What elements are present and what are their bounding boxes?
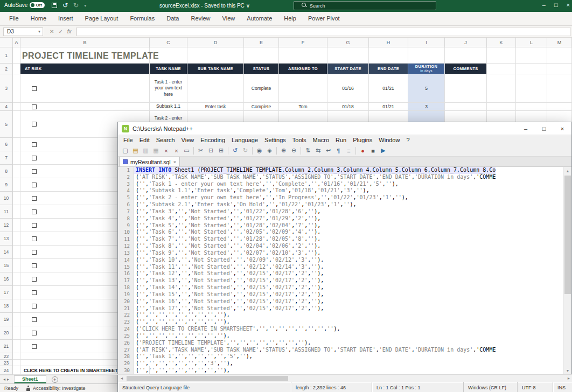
cell-A3[interactable] [13, 74, 20, 103]
row-header-6[interactable]: 6 [0, 138, 13, 151]
at-risk-checkbox[interactable] [32, 250, 37, 255]
search-box[interactable]: Search [294, 1, 436, 10]
cell-D2[interactable]: SUB TASK NAME [187, 64, 244, 74]
row-header-12[interactable]: 12 [0, 219, 13, 232]
at-risk-checkbox[interactable] [32, 196, 37, 201]
at-risk-checkbox[interactable] [32, 277, 37, 282]
cell-G4[interactable]: 01/18 [327, 103, 369, 111]
at-risk-checkbox[interactable] [32, 290, 37, 295]
col-header-g[interactable]: G [327, 38, 369, 47]
row-header-5[interactable]: 5 [0, 111, 13, 138]
row-header-13[interactable]: 13 [0, 232, 13, 246]
col-header-a[interactable]: A [13, 38, 20, 47]
at-risk-checkbox[interactable] [32, 142, 37, 147]
col-header-m[interactable]: M [547, 38, 572, 47]
cell-H2[interactable]: END DATE [369, 64, 408, 74]
cell-B4[interactable] [20, 103, 150, 111]
cell-K2[interactable] [487, 64, 516, 74]
minimize-button[interactable]: – [517, 122, 535, 135]
cell-A20[interactable] [13, 326, 20, 340]
sheet-tab-sheet1[interactable]: Sheet1 [14, 375, 46, 383]
vertical-scrollbar[interactable]: ▲ ▼ [563, 167, 571, 374]
close-doc-icon[interactable]: × [162, 146, 171, 155]
row-header-22[interactable]: 22 [0, 353, 13, 360]
cell-B3[interactable] [20, 74, 150, 103]
cell-A5[interactable] [13, 111, 20, 138]
row-header-7[interactable]: 7 [0, 151, 13, 165]
at-risk-checkbox[interactable] [32, 156, 37, 160]
cell-F4[interactable]: Tom [279, 103, 327, 111]
ribbon-tab-file[interactable]: File [3, 12, 25, 25]
cell-A17[interactable] [13, 286, 20, 299]
menu-file[interactable]: File [120, 137, 136, 143]
col-header-k[interactable]: K [487, 38, 516, 47]
save-icon[interactable] [52, 3, 57, 8]
tab-myresultant-sql[interactable]: myResultant.sql × [119, 157, 180, 166]
undo-icon[interactable]: ↺ [62, 2, 68, 9]
name-box[interactable]: D3 ▾ [3, 27, 43, 36]
menu-edit[interactable]: Edit [136, 137, 153, 143]
at-risk-checkbox[interactable] [32, 104, 37, 109]
sheet-nav-arrows[interactable]: ◂▸ [0, 377, 14, 382]
cell-A12[interactable] [13, 219, 20, 232]
menu-help[interactable]: ? [403, 137, 413, 143]
cell-H1[interactable] [369, 47, 408, 64]
col-header-b[interactable]: B [20, 38, 150, 47]
ribbon-tab-formulas[interactable]: Formulas [124, 12, 161, 25]
menu-language[interactable]: Language [228, 137, 261, 143]
save-icon[interactable]: ▥ [141, 146, 150, 155]
cell-A16[interactable] [13, 272, 20, 286]
cell-D3[interactable] [187, 74, 244, 103]
accessibility-checker[interactable]: Accessibility: Investigate [26, 386, 86, 391]
play-macro-icon[interactable]: ▶ [379, 146, 388, 155]
row-header-2[interactable]: 2 [0, 64, 13, 74]
at-risk-checkbox[interactable] [32, 209, 37, 214]
row-header-3[interactable]: 3 [0, 74, 13, 103]
cell-A10[interactable] [13, 192, 20, 205]
cell-I2[interactable]: DURATIONin days [408, 64, 445, 74]
cell-L4[interactable] [516, 103, 547, 111]
menu-encoding[interactable]: Encoding [197, 137, 228, 143]
row-header-4[interactable]: 4 [0, 103, 13, 111]
row-header-8[interactable]: 8 [0, 165, 13, 178]
menu-search[interactable]: Search [153, 137, 178, 143]
customize-toolbar-icon[interactable]: ▾ [84, 3, 86, 8]
row-header-16[interactable]: 16 [0, 272, 13, 286]
cancel-icon[interactable]: ✕ [50, 29, 54, 34]
ribbon-tab-help[interactable]: Help [278, 12, 302, 25]
cell-C2[interactable]: TASK NAME [150, 64, 187, 74]
col-header-f[interactable]: F [279, 38, 327, 47]
cell-E1[interactable] [244, 47, 279, 64]
cell-A7[interactable] [13, 151, 20, 165]
cell-L2[interactable] [516, 64, 547, 74]
cell-C3[interactable]: Task 1 - enter your own text here [150, 74, 187, 103]
maximize-button[interactable]: □ [554, 2, 558, 8]
scroll-left-icon[interactable]: ◄ [118, 375, 125, 382]
menu-window[interactable]: Window [375, 137, 403, 143]
row-header-15[interactable]: 15 [0, 259, 13, 272]
col-header-e[interactable]: E [244, 38, 279, 47]
cell-L1[interactable] [516, 47, 547, 64]
ribbon-tab-insert[interactable]: Insert [52, 12, 79, 25]
cell-A2[interactable] [13, 64, 20, 74]
ribbon-tab-home[interactable]: Home [25, 12, 52, 25]
cell-K3[interactable] [487, 74, 516, 103]
cell-K1[interactable] [487, 47, 516, 64]
enter-icon[interactable]: ✓ [58, 29, 62, 34]
close-all-docs-icon[interactable]: × [172, 146, 181, 155]
at-risk-checkbox[interactable] [32, 169, 37, 174]
horizontal-scrollbar[interactable]: ◄ ► [118, 374, 572, 382]
at-risk-checkbox[interactable] [32, 317, 37, 322]
at-risk-checkbox[interactable] [32, 304, 37, 309]
formula-input[interactable] [76, 27, 571, 36]
cell-A19[interactable] [13, 313, 20, 326]
open-folder-icon[interactable]: ▤ [131, 146, 140, 155]
col-header-d[interactable]: D [187, 38, 244, 47]
scroll-down-icon[interactable]: ▼ [563, 367, 572, 374]
cell-A15[interactable] [13, 259, 20, 272]
cut-icon[interactable]: ✂ [196, 146, 205, 155]
at-risk-checkbox[interactable] [32, 183, 37, 187]
cell-M3[interactable] [547, 74, 572, 103]
save-all-icon[interactable]: ▦ [151, 146, 161, 155]
cell-M1[interactable] [547, 47, 572, 64]
